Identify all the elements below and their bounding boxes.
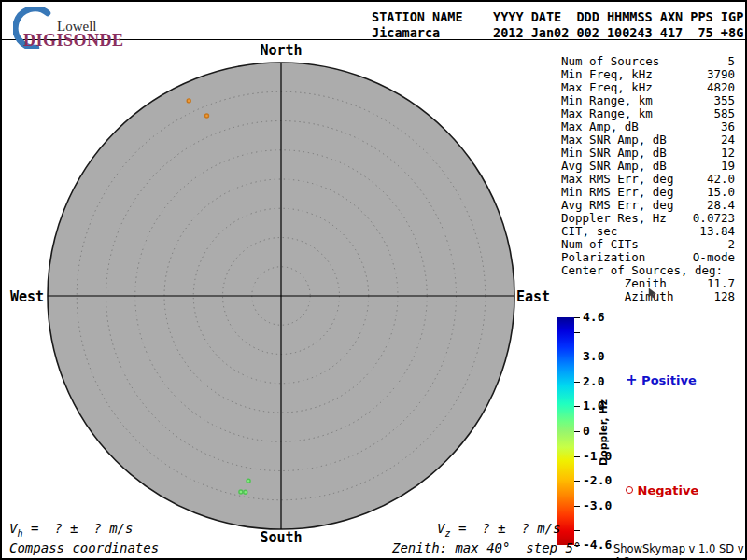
colorbar-tick-label: 2.0 [583, 375, 604, 388]
stat-row: Min Range, km355 [561, 94, 735, 107]
stats-panel: Num of Sources5Min Freq, kHz3790Max Freq… [561, 55, 735, 303]
stat-row: PolarizationO-mode [561, 251, 735, 264]
colorbar-tick [574, 382, 580, 383]
colorbar-tick [574, 406, 580, 407]
stat-row: Doppler Res, Hz0.0723 [561, 212, 735, 225]
colorbar-tick-label: -4.6 [583, 539, 612, 552]
colorbar-tick-label: -3.0 [583, 499, 612, 512]
stat-row: CIT, sec13.84 [561, 225, 735, 238]
stat-row: Min Freq, kHz3790 [561, 68, 735, 81]
stat-row: Max Freq, kHz4820 [561, 81, 735, 94]
colorbar-tick-label: 3.0 [583, 350, 604, 363]
stat-row: Num of CITs2 [561, 238, 735, 251]
doppler-colorbar: 4.63.02.01.00-1.0-2.0-3.0-4.6 [557, 317, 631, 547]
logo-product: DIGISONDE [23, 31, 124, 50]
legend-positive-label: Positive [641, 373, 697, 387]
colorbar-tick-label: -2.0 [583, 474, 612, 487]
skymap-plot [38, 53, 524, 539]
compass-label-south: South [244, 529, 318, 546]
zenith-range-note: Zenith: max 40° step 5° [392, 540, 581, 555]
colorbar-tick-label: 0 [583, 425, 590, 438]
vh-velocity-readout: Vh = ? ± ? m/s [9, 521, 133, 539]
mouse-cursor-icon [648, 287, 657, 299]
colorbar-tick [574, 357, 580, 357]
compass-label-west: West [0, 288, 44, 305]
stat-row: Max RMS Err, deg42.0 [561, 173, 735, 186]
source-dot [247, 479, 250, 483]
legend-negative-label: Negative [638, 483, 699, 497]
stat-row: Num of Sources5 [561, 55, 735, 68]
colorbar-title: Doppler, Hz [598, 389, 610, 475]
stat-row: Avg SNR Amp, dB19 [561, 160, 735, 173]
app-version-credit: ShowSkymap v 1.0 SD v 4.2 [613, 542, 745, 560]
stat-row: Min RMS Err, deg15.0 [561, 186, 735, 199]
legend-positive: + Positive [626, 371, 697, 388]
stat-row: Max Range, km585 [561, 107, 735, 120]
stat-row: Min SNR Amp, dB12 [561, 147, 735, 160]
source-dot [244, 490, 247, 494]
colorbar-tick [574, 332, 580, 333]
stat-row: Avg RMS Err, deg28.4 [561, 199, 735, 212]
source-dot [205, 114, 209, 118]
colorbar-tick [574, 530, 580, 531]
lowell-digisonde-logo: Lowell DIGISONDE [11, 6, 179, 43]
negative-marker-icon [626, 486, 633, 494]
positive-marker-icon: + [626, 371, 638, 388]
stat-row: Max Amp, dB36 [561, 120, 735, 133]
stat-row: Center of Sources, deg: [561, 264, 735, 277]
source-dot [239, 490, 243, 494]
legend-negative: Negative [626, 483, 698, 497]
station-header-columns: STATION NAME YYYY DATE DDD HHMMSS AXN PP… [372, 8, 743, 25]
colorbar-tick [574, 506, 580, 507]
colorbar-gradient [557, 317, 574, 545]
colorbar-tick [574, 481, 580, 482]
showskymap-window: Lowell DIGISONDE STATION NAME YYYY DATE … [0, 0, 747, 560]
stat-row: Max SNR Amp, dB24 [561, 133, 735, 147]
colorbar-tick-label: 4.6 [583, 311, 604, 324]
colorbar-tick [574, 431, 580, 432]
vz-velocity-readout: Vz = ? ± ? m/s [437, 521, 560, 539]
source-dot [187, 99, 190, 103]
compass-label-north: North [244, 42, 318, 59]
coordinates-note: Compass coordinates [9, 540, 159, 555]
colorbar-tick [574, 317, 580, 318]
colorbar-tick [574, 456, 580, 457]
